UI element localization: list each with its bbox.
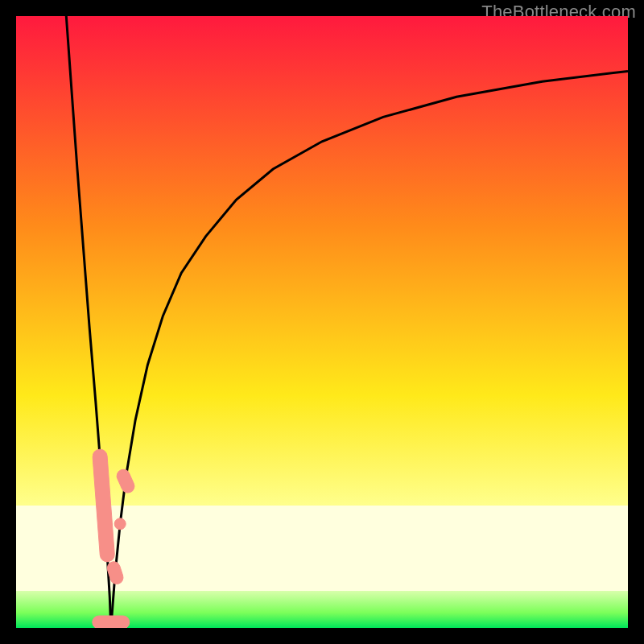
marker-bottom-bar <box>93 616 130 628</box>
svg-rect-3 <box>93 616 130 628</box>
marker-right-dot <box>114 518 126 530</box>
plot-svg <box>16 16 628 628</box>
chart-frame: TheBottleneck.com <box>0 0 644 644</box>
plot-area <box>16 16 628 628</box>
